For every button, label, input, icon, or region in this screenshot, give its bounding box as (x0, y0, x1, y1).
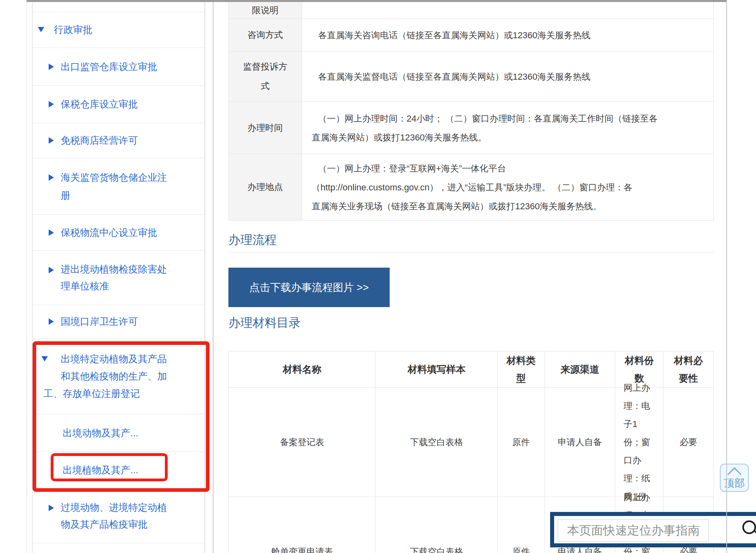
materials-section-title: 办理材料目录 (228, 315, 301, 331)
page-right-border (726, 0, 727, 553)
chevron-right-icon (49, 101, 54, 107)
sidebar-item-label-line: 工、存放单位注册登记 (43, 385, 205, 402)
chevron-right-icon (49, 505, 54, 511)
chevron-right-icon (49, 137, 54, 144)
row-label-cell: 办理时间 (229, 102, 302, 154)
content-left-border (213, 0, 214, 553)
chevron-right-icon (49, 174, 54, 181)
chevron-down-icon (41, 356, 48, 361)
value-line: （http://online.customs.gov.cn），进入“运输工具”版… (312, 178, 703, 197)
row-label-cell: 咨询方式 (229, 19, 302, 51)
table-row: 监督投诉方式 各直属海关监督电话（链接至各直属海关网站）或12360海关服务热线 (229, 52, 713, 102)
material-name-cell: 舱单变更申请表 (229, 497, 376, 553)
chevron-down-icon (38, 27, 44, 32)
sidebar-item-label: 保税物流中心设立审批 (61, 224, 205, 241)
download-process-image-button[interactable]: 点击下载办事流程图片 >> (228, 268, 390, 307)
sidebar-item-label-line: 海关监管货物仓储企业注 (61, 168, 205, 186)
sidebar-item-transit-animals-quarantine-approval[interactable]: 过境动物、进境特定动植 物及其产品检疫审批 (33, 488, 205, 543)
row-value-cell: （一）网上办理：登录“互联网+海关”一体化平台 （http://online.c… (302, 154, 713, 220)
sidebar-item-label: 保税仓库设立审批 (61, 96, 205, 113)
material-source-cell: 申请人自备 (545, 388, 616, 497)
chevron-right-icon (49, 64, 54, 70)
sidebar-item-label-line: 册 (61, 186, 205, 204)
sidebar-item-quarantine-pest-treatment[interactable]: 进出境动植物检疫除害处 理单位核准 (33, 250, 205, 305)
value-line: 直属海关网站）或拨打12360海关服务热线。 (312, 128, 703, 147)
sidebar-item-administrative-approval[interactable]: 行政审批 (33, 12, 205, 47)
sidebar-item-label: 出口监管仓库设立审批 (61, 58, 205, 75)
table-row: 咨询方式 各直属海关咨询电话（链接至各直属海关网站）或12360海关服务热线 (229, 19, 713, 52)
section-divider (228, 252, 714, 252)
table-row: 办理地点 （一）网上办理：登录“互联网+海关”一体化平台 （http://onl… (229, 154, 713, 221)
header-cell: 材料填写样本 (376, 351, 498, 387)
value-line: （一）网上办理：登录“互联网+海关”一体化平台 (312, 159, 703, 178)
sidebar-item-exit-specified-animals-plants-registration[interactable]: 出境特定动植物及其产品 和其他检疫物的生产、加 工、存放单位注册登记 (33, 338, 205, 414)
sidebar-item-exit-plants-products[interactable]: 出境植物及其产... (33, 452, 205, 488)
chevron-right-icon (49, 267, 54, 273)
row-label-cell: 办理地点 (229, 154, 302, 220)
material-necessity-cell: 必要 (664, 388, 713, 497)
process-section-title: 办理流程 (228, 232, 277, 248)
chevron-right-icon (49, 229, 54, 236)
sidebar-nav: 行政审批 出口监管仓库设立审批 保税仓库设立审批 免税商店经营许可 海关监管货物… (32, 0, 205, 553)
sidebar-item-exit-animals-products[interactable]: 出境动物及其产... (33, 414, 205, 452)
guide-info-table: 限说明 咨询方式 各直属海关咨询电话（链接至各直属海关网站）或12360海关服务… (228, 0, 714, 221)
sidebar-item-label-line: 物及其产品检疫审批 (61, 516, 205, 533)
sidebar-item-label: 出境植物及其产... (63, 462, 205, 479)
sidebar-item-label: 免税商店经营许可 (61, 132, 205, 149)
page-left-border (27, 0, 27, 553)
top-divider-bar (27, 0, 726, 2)
sidebar-item-label-line: 出境特定动植物及其产品 (61, 350, 205, 367)
row-value-cell: 各直属海关监督电话（链接至各直属海关网站）或12360海关服务热线 (302, 52, 713, 101)
row-label-cell: 限说明 (229, 0, 302, 19)
sidebar-item-border-port-sanitation[interactable]: 国境口岸卫生许可 (33, 305, 205, 338)
value-line: 直属海关业务现场（链接至各直属海关网站）或拨打12360海关服务热线。 (312, 197, 703, 216)
material-type-cell: 原件 (498, 497, 545, 553)
row-value-cell (302, 0, 713, 19)
table-row: 办理时间 （一）网上办理时间：24小时； （二）窗口办理时间：各直属海关工作时间… (229, 102, 713, 154)
sidebar-item-label-line: 理单位核准 (61, 278, 205, 295)
download-blank-form-link[interactable]: 下载空白表格 (376, 497, 498, 553)
header-cell: 材料类型 (498, 351, 545, 387)
material-type-cell: 原件 (498, 388, 545, 497)
value-line: 各直属海关咨询电话（链接至各直属海关网站）或12360海关服务热线 (312, 26, 703, 45)
page: 行政审批 出口监管仓库设立审批 保税仓库设立审批 免税商店经营许可 海关监管货物… (0, 0, 756, 553)
sidebar-item-label: 行政审批 (54, 21, 205, 38)
header-cell: 来源渠道 (545, 351, 616, 387)
sidebar-item-bonded-logistics-center[interactable]: 保税物流中心设立审批 (33, 215, 205, 250)
sidebar-item-label-line: 和其他检疫物的生产、加 (61, 367, 205, 385)
sidebar-item-label-line: 过境动物、进境特定动植 (61, 499, 205, 516)
row-value-cell: （一）网上办理时间：24小时； （二）窗口办理时间：各直属海关工作时间（链接至各… (302, 102, 713, 154)
sidebar-item-export-supervision-warehouse[interactable]: 出口监管仓库设立审批 (33, 47, 205, 85)
header-cell: 材料名称 (229, 351, 376, 387)
material-count-cell: 网上办理：电子1份；窗口办理：纸质1份 (615, 388, 664, 497)
sidebar-item-bonded-warehouse[interactable]: 保税仓库设立审批 (33, 85, 205, 123)
back-to-top-button[interactable]: 顶部 (720, 464, 749, 492)
sidebar-item-duty-free-shop[interactable]: 免税商店经营许可 (33, 123, 205, 158)
row-value-cell: 各直属海关咨询电话（链接至各直属海关网站）或12360海关服务热线 (302, 19, 713, 51)
search-icon[interactable] (742, 520, 756, 536)
value-line: （一）网上办理时间：24小时； （二）窗口办理时间：各直属海关工作时间（链接至各 (312, 109, 703, 128)
sidebar-item-label: 出境动物及其产... (63, 425, 205, 442)
material-name-cell: 备案登记表 (229, 388, 376, 497)
search-input[interactable] (558, 519, 709, 542)
download-blank-form-link[interactable]: 下载空白表格 (376, 388, 498, 497)
sidebar-item-label-line: 进出境动植物检疫除害处 (61, 261, 205, 278)
table-row: 备案登记表 下载空白表格 原件 申请人自备 网上办理：电子1份；窗口办理：纸质1… (229, 388, 713, 497)
header-cell: 材料必要性 (664, 351, 713, 387)
row-label-cell: 监督投诉方式 (229, 52, 302, 101)
table-row: 限说明 (229, 0, 713, 19)
sidebar-item-customs-storage-enterprise[interactable]: 海关监管货物仓储企业注 册 (33, 158, 205, 215)
value-line: 各直属海关监督电话（链接至各直属海关网站）或12360海关服务热线 (312, 67, 703, 86)
sidebar-item-label: 国境口岸卫生许可 (61, 313, 205, 330)
chevron-right-icon (49, 318, 54, 325)
quick-locate-search-panel (550, 512, 756, 547)
